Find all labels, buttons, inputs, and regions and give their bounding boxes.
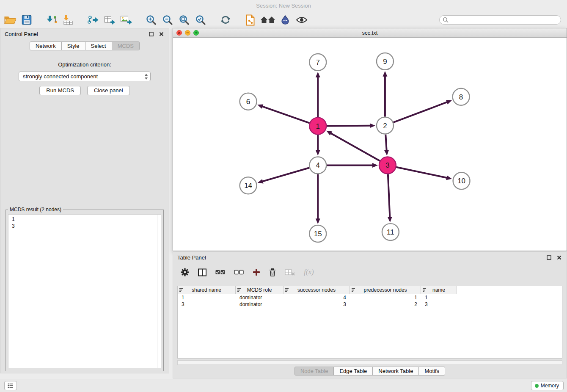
column-header-MCDS-role[interactable]: MCDS role bbox=[236, 286, 284, 294]
close-window-button[interactable] bbox=[176, 30, 182, 36]
graph-edge-1-7[interactable] bbox=[316, 72, 320, 117]
optimization-criterion-select[interactable]: strongly connected component bbox=[19, 72, 151, 81]
table-row[interactable]: 3dominator323 bbox=[178, 301, 562, 308]
graph-node-10[interactable]: 10 bbox=[453, 172, 470, 189]
table-cell[interactable]: 2 bbox=[350, 301, 421, 308]
graph-edge-1-4[interactable] bbox=[316, 135, 320, 156]
zoom-selected-button[interactable] bbox=[194, 14, 207, 26]
network-window-titlebar[interactable]: scc.txt bbox=[173, 28, 567, 38]
graph-edge-4-14[interactable] bbox=[258, 168, 310, 183]
sort-icon bbox=[179, 288, 184, 293]
table-cell[interactable]: 1 bbox=[350, 294, 421, 301]
graph-edge-3-1[interactable] bbox=[326, 131, 380, 161]
search-input[interactable] bbox=[439, 15, 561, 25]
graph-edge-2-8[interactable] bbox=[394, 100, 452, 122]
graph-node-9[interactable]: 9 bbox=[377, 53, 394, 70]
graph-edge-4-15[interactable] bbox=[316, 174, 320, 224]
tab-motifs[interactable]: Motifs bbox=[418, 367, 445, 375]
zoom-fit-button[interactable] bbox=[177, 14, 191, 26]
result-scrollbar[interactable] bbox=[157, 215, 157, 368]
close-table-panel-button[interactable] bbox=[556, 254, 562, 260]
document-network-button[interactable] bbox=[244, 14, 257, 26]
select-all-button[interactable] bbox=[215, 269, 225, 275]
table-cell[interactable]: 3 bbox=[284, 301, 350, 308]
function-builder-button[interactable]: f(x) bbox=[304, 268, 314, 276]
add-column-button[interactable] bbox=[253, 268, 260, 276]
graph-node-6[interactable]: 6 bbox=[240, 93, 257, 110]
column-header-shared-name[interactable]: shared name bbox=[178, 286, 236, 294]
column-header-name[interactable]: name bbox=[421, 286, 457, 294]
tab-style[interactable]: Style bbox=[61, 41, 85, 50]
graph-edge-1-6[interactable] bbox=[257, 104, 309, 123]
graph-node-2[interactable]: 2 bbox=[377, 117, 394, 134]
graph-edge-4-3[interactable] bbox=[327, 163, 378, 168]
table-cell[interactable]: 4 bbox=[284, 294, 350, 301]
table-cell[interactable]: 1 bbox=[421, 294, 457, 301]
graph-node-11[interactable]: 11 bbox=[382, 224, 399, 240]
tab-network-table[interactable]: Network Table bbox=[372, 367, 419, 375]
graph-edge-2-9[interactable] bbox=[383, 71, 387, 117]
float-panel-button[interactable] bbox=[148, 31, 154, 37]
show-hide-button[interactable] bbox=[295, 14, 308, 26]
graph-node-1[interactable]: 1 bbox=[309, 118, 326, 135]
minimize-window-button[interactable] bbox=[185, 30, 190, 36]
tab-select[interactable]: Select bbox=[85, 41, 112, 50]
table-settings-button[interactable] bbox=[181, 268, 189, 276]
style-button[interactable] bbox=[278, 14, 292, 26]
delete-table-button[interactable] bbox=[285, 269, 295, 276]
float-table-panel-button[interactable] bbox=[545, 254, 552, 260]
show-columns-button[interactable] bbox=[198, 268, 206, 276]
zoom-out-button[interactable] bbox=[161, 14, 174, 26]
zoom-in-button[interactable] bbox=[144, 14, 158, 26]
mcds-result-area[interactable]: 13 bbox=[8, 214, 161, 368]
control-panel-header: Control Panel bbox=[0, 28, 169, 39]
export-table-button[interactable] bbox=[103, 14, 116, 26]
mcds-result-lines: 13 bbox=[8, 215, 161, 231]
refresh-layout-button[interactable] bbox=[219, 14, 232, 26]
tab-edge-table[interactable]: Edge Table bbox=[333, 367, 373, 375]
network-canvas[interactable]: 7968124314101511 bbox=[173, 38, 567, 251]
table-panel: Table Panel bbox=[173, 251, 567, 378]
graph-node-7[interactable]: 7 bbox=[309, 54, 326, 71]
run-mcds-button[interactable]: Run MCDS bbox=[39, 86, 81, 95]
graph-edge-3-10[interactable] bbox=[396, 167, 452, 180]
titlebar[interactable]: Session: New Session bbox=[0, 0, 567, 12]
graph-node-15[interactable]: 15 bbox=[309, 225, 326, 242]
table-cell[interactable]: 3 bbox=[178, 301, 236, 308]
import-network-button[interactable] bbox=[45, 14, 58, 26]
table-cell[interactable]: dominator bbox=[236, 294, 284, 301]
export-network-button[interactable] bbox=[86, 14, 100, 26]
close-panel-button-label[interactable]: Close panel bbox=[87, 86, 130, 95]
column-header-successor-nodes[interactable]: successor nodes bbox=[284, 286, 350, 294]
table-cell[interactable]: 1 bbox=[178, 294, 236, 301]
maximize-window-button[interactable] bbox=[193, 30, 199, 36]
tab-network[interactable]: Network bbox=[30, 41, 62, 50]
graph-node-8[interactable]: 8 bbox=[453, 88, 470, 105]
graph-edge-3-11[interactable] bbox=[388, 174, 392, 222]
deselect-all-button[interactable] bbox=[234, 269, 244, 275]
column-header-predecessor-nodes[interactable]: predecessor nodes bbox=[350, 286, 421, 294]
close-icon bbox=[557, 255, 561, 260]
graph-edge-2-3[interactable] bbox=[384, 135, 389, 156]
open-session-button[interactable] bbox=[3, 14, 17, 26]
table-horizontal-scrollbar[interactable] bbox=[177, 360, 562, 365]
tab-mcds[interactable]: MCDS bbox=[112, 41, 140, 50]
table-tabs: Node Table Edge Table Network Table Moti… bbox=[173, 367, 567, 375]
tab-node-table[interactable]: Node Table bbox=[295, 367, 334, 375]
memory-button[interactable]: Memory bbox=[531, 381, 564, 390]
graph-node-14[interactable]: 14 bbox=[240, 177, 257, 194]
export-image-icon bbox=[120, 15, 132, 25]
import-table-button[interactable] bbox=[61, 14, 75, 26]
close-panel-button[interactable] bbox=[158, 31, 165, 37]
export-image-button[interactable] bbox=[119, 14, 133, 26]
graph-edge-1-2[interactable] bbox=[327, 123, 375, 128]
table-cell[interactable]: 3 bbox=[421, 301, 457, 308]
neighbors-button[interactable] bbox=[260, 14, 275, 26]
graph-node-4[interactable]: 4 bbox=[309, 157, 326, 174]
task-history-button[interactable] bbox=[4, 381, 17, 390]
graph-node-3[interactable]: 3 bbox=[379, 157, 396, 174]
table-cell[interactable]: dominator bbox=[236, 301, 284, 308]
table-row[interactable]: 1dominator411 bbox=[178, 294, 562, 301]
save-session-button[interactable] bbox=[20, 14, 33, 26]
delete-column-button[interactable] bbox=[269, 268, 276, 276]
